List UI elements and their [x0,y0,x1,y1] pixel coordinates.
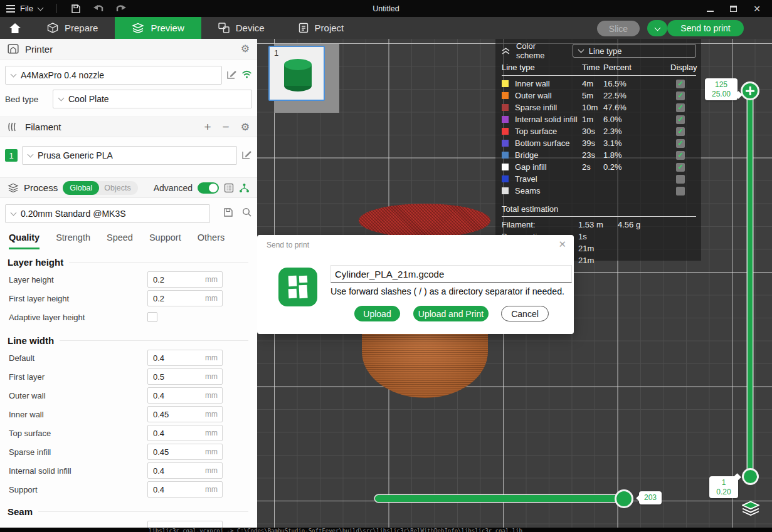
display-checkbox[interactable] [676,187,685,196]
legend-row: Gap infill 2s0.2% ✓ [502,161,696,173]
plate-thumbnail[interactable]: 1 [268,46,325,101]
display-checkbox[interactable]: ✓ [676,139,685,148]
gcode-viewport[interactable]: 1 Color scheme Line type Line type Time … [257,39,772,528]
send-options-button[interactable] [647,20,667,36]
parameter-list-button[interactable] [224,183,234,193]
filament-settings-button[interactable]: ⚙ [241,122,250,132]
display-checkbox[interactable]: ✓ [676,80,685,88]
color-scheme-label: Color scheme [516,41,566,60]
maximize-button[interactable] [730,3,737,14]
search-preset-button[interactable] [242,207,252,220]
display-checkbox[interactable]: ✓ [676,127,685,136]
tab-project[interactable]: Project [282,17,361,39]
param-label: Inner wall [9,410,147,419]
param-label: First layer height [9,294,147,303]
redo-button[interactable] [112,2,130,16]
dialog-hint: Use forward slashes ( / ) as a directory… [330,286,564,296]
layer-slider-track[interactable] [748,91,753,477]
printer-connection-button[interactable] [241,70,252,81]
tab-preview[interactable]: Preview [115,17,201,39]
filament-title: Filament [25,122,61,132]
layer-slider-bottom-handle[interactable] [742,468,759,485]
minimize-icon [707,11,714,12]
display-checkbox[interactable]: ✓ [676,115,685,124]
tab-strength[interactable]: Strength [56,232,90,249]
unit-label: mm [205,447,218,456]
cancel-button[interactable]: Cancel [501,306,549,321]
color-chip [502,116,509,123]
tab-prepare[interactable]: Prepare [30,17,115,39]
move-slider-handle[interactable] [615,489,633,508]
objects-option[interactable]: Objects [99,184,130,192]
unit-label: mm [205,429,218,437]
filename-input[interactable] [330,265,572,283]
tab-speed[interactable]: Speed [107,232,133,249]
file-menu[interactable]: File [0,0,49,17]
wifi-icon [241,70,252,78]
upload-and-print-button[interactable]: Upload and Print [413,306,489,321]
color-chip [502,104,509,111]
layer-slider-top-handle[interactable] [741,81,759,100]
display-checkbox[interactable]: ✓ [676,151,685,160]
layer-mode-button[interactable] [742,501,759,518]
bed-type-select[interactable]: Cool Plate [53,90,252,108]
tab-preview-label: Preview [151,23,184,33]
adaptive-layer-height-checkbox[interactable] [147,312,157,322]
edit-icon [226,69,237,80]
search-icon [242,207,252,217]
printer-settings-button[interactable]: ⚙ [241,44,250,54]
process-tabs: Quality Strength Speed Support Others [0,227,257,249]
display-checkbox[interactable]: ✓ [676,103,685,112]
tab-support[interactable]: Support [149,232,181,249]
slice-button[interactable]: Slice [597,21,640,36]
flowchart-button[interactable] [239,183,250,193]
settings-sidebar: Printer ⚙ A4MaxPro 0.4 nozzle Bed type C… [0,39,257,528]
filament-edit-button[interactable] [241,149,252,162]
display-checkbox[interactable]: ✓ [676,91,685,100]
chevron-down-icon [11,210,17,216]
move-slider-track[interactable] [375,495,626,502]
printer-preset-select[interactable]: A4MaxPro 0.4 nozzle [5,66,222,85]
filament-preset-select[interactable]: Prusa Generic PLA [22,146,237,165]
add-filament-button[interactable]: + [204,121,211,133]
layers-icon [132,23,144,33]
dialog-close-button[interactable]: ✕ [558,239,566,250]
param-label: Support [9,485,147,494]
save-icon [223,207,233,217]
console-text: libslic3r_cgal.vcxproj -> C:\Codes\Bambu… [149,528,522,532]
seam-param-input[interactable] [148,521,222,528]
global-objects-switch[interactable]: Global Objects [63,181,138,195]
tab-device[interactable]: Device [201,17,282,39]
unit-label: mm [205,466,218,475]
home-button[interactable] [0,17,30,39]
send-to-print-button[interactable]: Send to print [667,20,744,36]
unit-label: mm [205,391,218,400]
process-preset-select[interactable]: 0.20mm Standard @MK3S [5,204,210,223]
move-slider-tooltip: 203 [639,491,662,504]
legend-columns: Line type Time Percent Display [502,60,696,74]
bed-type-value: Cool Plate [68,94,109,104]
undo-button[interactable] [90,2,107,16]
chevron-down-icon [38,4,44,11]
tab-others[interactable]: Others [198,232,225,249]
display-checkbox[interactable] [676,175,685,184]
printed-model-top-surface[interactable] [359,204,490,237]
upload-button[interactable]: Upload [354,306,400,321]
display-checkbox[interactable]: ✓ [676,163,685,172]
global-option[interactable]: Global [63,181,99,195]
tab-device-label: Device [236,23,265,33]
filament-preset-value: Prusa Generic PLA [38,150,113,160]
tab-quality[interactable]: Quality [9,232,40,249]
save-button[interactable] [67,2,85,16]
view-mode-select[interactable]: Line type [573,44,696,58]
param-row: First layer height mm [0,289,257,308]
legend-row: Seams [502,185,696,197]
save-preset-button[interactable] [223,207,233,220]
collapse-icon[interactable] [502,48,510,55]
remove-filament-button[interactable]: − [223,121,230,133]
minimize-button[interactable] [707,3,714,14]
close-button[interactable]: ✕ [753,4,761,13]
advanced-toggle[interactable] [198,182,219,194]
printer-edit-button[interactable] [226,69,237,82]
printed-model-body[interactable] [362,324,488,398]
